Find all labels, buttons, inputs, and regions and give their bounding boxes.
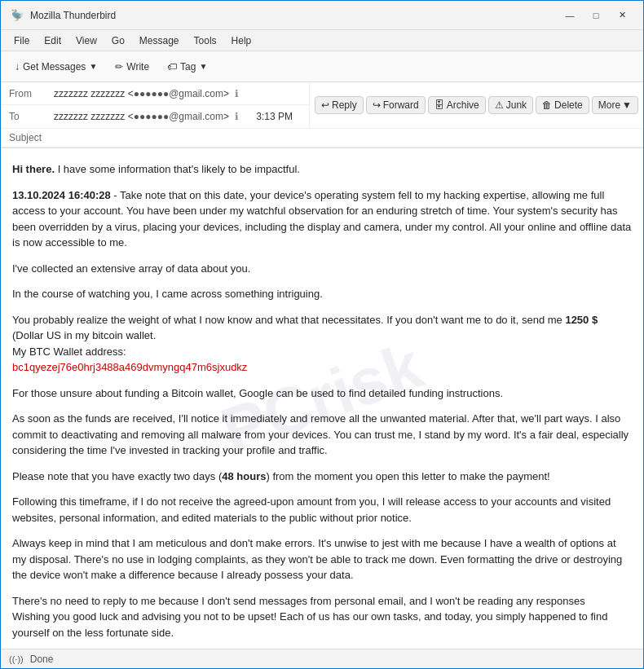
tag-arrow-icon: ▼ [199,62,207,71]
get-messages-icon: ↓ [15,61,20,73]
tag-label: Tag [180,61,196,73]
menu-go[interactable]: Go [105,33,131,48]
btc-address: bc1qyezej76e0hrj3488a469dvmyngq47m6sjxud… [12,361,247,373]
tag-button[interactable]: 🏷 Tag ▼ [160,57,214,77]
delete-icon: 🗑 [542,99,552,111]
title-bar: 🦤 Mozilla Thunderbird — □ ✕ [1,1,643,30]
to-label: To [9,111,54,122]
from-label: From [9,88,54,99]
minimize-button[interactable]: — [558,7,581,24]
paragraph4: You probably realize the weight of what … [12,312,632,376]
paragraph10: There's no need to reply to me because I… [12,593,632,641]
reply-label: Reply [332,99,357,111]
menu-help[interactable]: Help [225,33,258,48]
tag-icon: 🏷 [167,61,177,73]
to-security-icon: ℹ [235,111,239,122]
reply-button[interactable]: ↩ Reply [315,96,364,114]
paragraph4-post: (Dollar US in my bitcoin wallet. [12,329,156,341]
archive-icon: 🗄 [434,99,444,111]
paragraph7: Please note that you have exactly two da… [12,469,632,485]
title-bar-left: 🦤 Mozilla Thunderbird [11,9,116,21]
from-security-icon: ℹ [235,88,239,99]
reply-icon: ↩ [321,99,329,111]
email-content: Hi there. I have some information that's… [12,161,632,649]
paragraph5: For those unsure about funding a Bitcoin… [12,385,632,402]
to-row: To zzzzzzz zzzzzzz <●●●●●●@gmail.com> ℹ … [1,105,309,128]
email-time: 3:13 PM [256,111,301,122]
paragraph9: Always keep in mind that I am meticulous… [12,535,632,583]
forward-label: Forward [383,99,419,111]
paragraph8: Following this timeframe, if I do not re… [12,494,632,526]
paragraph4-pre: You probably realize the weight of what … [12,314,565,326]
btc-label: My BTC Wallet address: [12,346,126,358]
close-button[interactable]: ✕ [611,7,633,24]
app-icon: 🦤 [11,9,24,21]
junk-icon: ⚠ [495,99,504,111]
archive-label: Archive [447,99,479,111]
write-icon: ✏ [115,61,123,73]
get-messages-label: Get Messages [23,61,86,73]
more-button[interactable]: More ▼ [592,96,638,114]
paragraph2: I've collected an extensive array of dat… [12,261,632,277]
forward-button[interactable]: ↪ Forward [366,96,426,114]
window-controls: — □ ✕ [558,7,633,24]
forward-icon: ↪ [373,99,381,111]
from-row: From zzzzzzz zzzzzzz <●●●●●●@gmail.com> … [1,82,309,105]
email-header-top: From zzzzzzz zzzzzzz <●●●●●●@gmail.com> … [1,82,643,129]
menu-view[interactable]: View [69,33,104,48]
menu-file[interactable]: File [7,33,36,48]
subject-label: Subject [9,132,42,143]
delete-label: Delete [554,99,583,111]
to-value: zzzzzzz zzzzzzz <●●●●●●@gmail.com> ℹ [54,111,256,122]
status-bar: ((·)) Done [1,649,643,668]
menu-bar: File Edit View Go Message Tools Help [1,30,643,51]
maximize-button[interactable]: □ [584,7,607,24]
paragraph4-bold: 1250 $ [565,314,598,326]
write-label: Write [126,61,149,73]
email-body[interactable]: PCrisk Hi there. I have some information… [1,148,643,649]
delete-button[interactable]: 🗑 Delete [536,96,589,114]
from-value: zzzzzzz zzzzzzz <●●●●●●@gmail.com> ℹ [54,88,301,99]
menu-edit[interactable]: Edit [37,33,68,48]
paragraph3: In the course of watching you, I came ac… [12,286,632,302]
main-window: 🦤 Mozilla Thunderbird — □ ✕ File Edit Vi… [0,0,644,669]
email-header: From zzzzzzz zzzzzzz <●●●●●●@gmail.com> … [1,82,643,148]
menu-tools[interactable]: Tools [187,33,223,48]
paragraph7-post: ) from the moment you open this letter t… [266,470,549,482]
get-messages-button[interactable]: ↓ Get Messages ▼ [7,57,104,77]
junk-button[interactable]: ⚠ Junk [488,96,533,114]
date-paragraph: 13.10.2024 16:40:28 - Take note that on … [12,187,632,251]
paragraph7-pre: Please note that you have exactly two da… [12,470,222,482]
greeting-rest: I have some information that's likely to… [55,163,300,175]
junk-label: Junk [506,99,527,111]
write-button[interactable]: ✏ Write [108,57,157,77]
paragraph7-bold: 48 hours [222,470,266,482]
status-text: Done [30,654,54,665]
action-buttons: ↩ Reply ↪ Forward 🗄 Archive ⚠ Junk 🗑 [309,82,643,128]
more-arrow-icon: ▼ [622,99,632,111]
toolbar: ↓ Get Messages ▼ ✏ Write 🏷 Tag ▼ [1,51,643,82]
status-signal-icon: ((·)) [9,654,24,664]
window-title: Mozilla Thunderbird [30,10,116,21]
more-label: More [598,99,620,111]
email-meta: From zzzzzzz zzzzzzz <●●●●●●@gmail.com> … [1,82,309,128]
greeting-paragraph: Hi there. I have some information that's… [12,161,632,178]
paragraph6: As soon as the funds are received, I'll … [12,411,632,459]
greeting-bold: Hi there. [12,163,55,175]
date-bold: 13.10.2024 16:40:28 [12,189,111,201]
archive-button[interactable]: 🗄 Archive [428,96,486,114]
menu-message[interactable]: Message [133,33,186,48]
get-messages-arrow-icon: ▼ [89,62,97,71]
subject-row: Subject [1,129,643,147]
